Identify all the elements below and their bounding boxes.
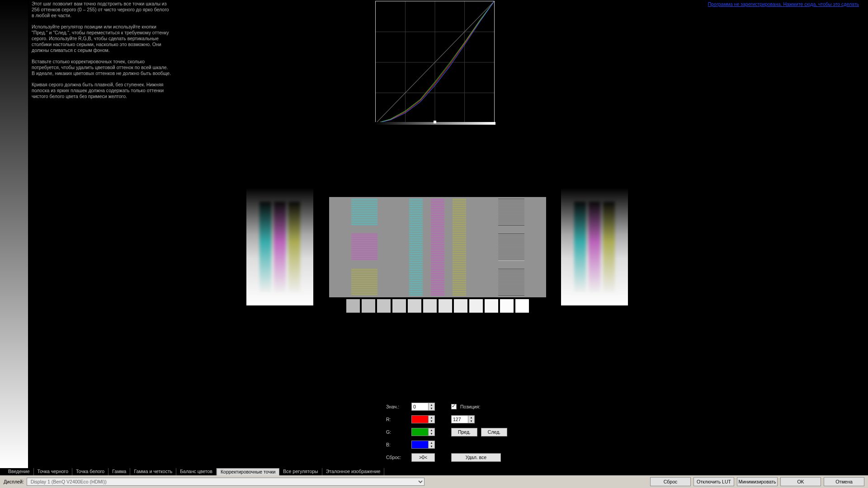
white-swatch-6	[439, 299, 452, 313]
block-gray-1	[498, 199, 524, 225]
tabbar: ВведениеТочка черногоТочка белогоГаммаГа…	[0, 468, 868, 475]
next-button[interactable]: След.	[481, 428, 507, 436]
r-down-icon[interactable]: ▼	[429, 419, 434, 423]
white-swatch-strip	[346, 299, 529, 313]
white-swatch-11	[515, 299, 529, 313]
tab-5[interactable]: Баланс цветов	[176, 468, 217, 475]
block-gray-3	[498, 269, 524, 296]
instruction-p2: Используйте регулятор позиции или исполь…	[32, 24, 172, 53]
b-down-icon[interactable]: ▼	[429, 445, 434, 448]
tab-6[interactable]: Корректировочные точки	[217, 468, 279, 475]
preview-panel-dark	[246, 188, 313, 305]
position-checkbox[interactable]	[451, 404, 457, 409]
r-spinner[interactable]: ▲▼	[411, 415, 435, 423]
registration-link-wrap: Программа не зарегистрирована. Нажмите с…	[708, 1, 859, 7]
preview-bar-magenta-r	[589, 202, 600, 292]
value-label: Знач.:	[386, 404, 411, 409]
g-down-icon[interactable]: ▼	[429, 432, 434, 436]
position-input[interactable]	[452, 416, 468, 423]
block-yellow	[351, 269, 377, 296]
b-up-icon[interactable]: ▲	[429, 441, 434, 445]
preview-bar-cyan	[259, 202, 271, 292]
tab-7[interactable]: Все регуляторы	[279, 468, 322, 475]
ok-button[interactable]: OK	[780, 477, 821, 486]
registration-link[interactable]: Программа не зарегистрирована. Нажмите с…	[708, 1, 859, 7]
tab-8[interactable]: Эталонное изображение	[322, 468, 385, 475]
b-label: B:	[386, 442, 411, 447]
reset-point-button[interactable]: >0<	[411, 453, 435, 462]
instruction-p3: Вставьте столько корректировочных точек,…	[32, 59, 172, 76]
white-swatch-8	[469, 299, 483, 313]
delete-all-button[interactable]: Удал. все	[451, 453, 501, 462]
value-spinner[interactable]: ▲▼	[411, 403, 435, 411]
value-down-icon[interactable]: ▼	[429, 407, 434, 410]
value-up-icon[interactable]: ▲	[429, 403, 434, 407]
reset-label: Сброс:	[386, 455, 411, 460]
pos-up-icon[interactable]: ▲	[468, 416, 474, 419]
left-grayscale-gradient	[0, 0, 28, 469]
white-swatch-5	[423, 299, 437, 313]
white-swatch-10	[500, 299, 514, 313]
test-panel-gray	[329, 197, 546, 297]
column-cyan	[409, 199, 423, 296]
tab-2[interactable]: Точка белого	[72, 468, 108, 475]
cancel-button[interactable]: Отмена	[824, 477, 864, 486]
pos-down-icon[interactable]: ▼	[468, 419, 474, 423]
column-magenta	[431, 199, 444, 296]
white-swatch-3	[392, 299, 406, 313]
prev-button[interactable]: Пред.	[451, 428, 477, 436]
tab-1[interactable]: Точка черного	[34, 468, 72, 475]
r-label: R:	[386, 417, 411, 422]
white-swatch-4	[408, 299, 421, 313]
b-spinner[interactable]: ▲▼	[411, 441, 435, 449]
preview-bar-yellow-r	[603, 202, 615, 292]
controls-panel: Знач.: ▲▼ Позиция: R: ▲▼ ▲▼	[386, 400, 507, 464]
disable-lut-button[interactable]: Отключить LUT	[693, 477, 734, 486]
position-label: Позиция:	[460, 404, 480, 409]
block-gray-2	[498, 234, 524, 260]
white-swatch-9	[485, 299, 498, 313]
g-spinner[interactable]: ▲▼	[411, 428, 435, 436]
preview-bar-magenta	[274, 202, 286, 292]
display-label: Дисплей:	[4, 479, 24, 484]
white-swatch-1	[362, 299, 375, 313]
tab-4[interactable]: Гамма и четкость	[130, 468, 176, 475]
tab-3[interactable]: Гамма	[108, 468, 130, 475]
block-cyan	[351, 199, 377, 225]
value-input[interactable]	[412, 403, 428, 410]
instructions-panel: Этот шаг позволит вам точно подстроить в…	[32, 1, 172, 105]
position-spinner[interactable]: ▲▼	[451, 415, 475, 423]
g-input[interactable]	[412, 428, 428, 436]
reset-button[interactable]: Сброс	[650, 477, 691, 486]
column-yellow	[453, 199, 466, 296]
r-input[interactable]	[412, 416, 428, 423]
b-input[interactable]	[412, 441, 428, 448]
g-label: G:	[386, 429, 411, 435]
r-up-icon[interactable]: ▲	[429, 416, 434, 419]
curve-position-marker[interactable]	[434, 121, 436, 123]
minimize-button[interactable]: Минимизировать	[737, 477, 778, 486]
block-magenta	[351, 234, 377, 260]
footer-bar: Дисплей: Display 1 (BenQ V2400Eco (HDMI)…	[0, 475, 868, 488]
tab-0[interactable]: Введение	[5, 468, 34, 475]
preview-bar-cyan-r	[574, 202, 586, 292]
white-swatch-0	[346, 299, 360, 313]
g-up-icon[interactable]: ▲	[429, 428, 434, 432]
instruction-p4: Кривая серого должна быть плавной, без с…	[32, 82, 172, 99]
preview-bar-yellow	[288, 202, 300, 292]
display-select[interactable]: Display 1 (BenQ V2400Eco (HDMI))	[27, 478, 425, 486]
white-swatch-7	[454, 299, 467, 313]
instruction-p1: Этот шаг позволит вам точно подстроить в…	[32, 1, 172, 19]
white-swatch-2	[377, 299, 391, 313]
tone-curve-graph[interactable]	[375, 1, 495, 124]
preview-panel-light	[561, 188, 628, 305]
